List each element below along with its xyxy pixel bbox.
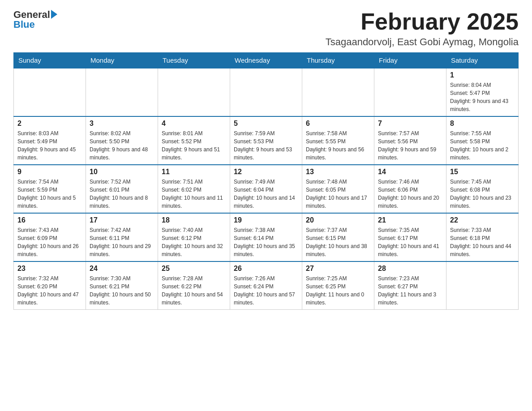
day-number: 16	[17, 216, 82, 224]
day-info: Sunrise: 7:52 AMSunset: 6:01 PMDaylight:…	[90, 178, 154, 210]
day-number: 24	[90, 265, 154, 273]
week-row-2: 9Sunrise: 7:54 AMSunset: 5:59 PMDaylight…	[14, 165, 519, 213]
day-number: 20	[306, 216, 370, 224]
day-number: 18	[162, 216, 226, 224]
day-number: 19	[234, 216, 298, 224]
calendar-cell: 13Sunrise: 7:48 AMSunset: 6:05 PMDayligh…	[302, 165, 374, 213]
calendar-cell	[86, 68, 158, 116]
day-info: Sunrise: 7:45 AMSunset: 6:08 PMDaylight:…	[450, 178, 515, 210]
day-info: Sunrise: 7:59 AMSunset: 5:53 PMDaylight:…	[234, 129, 298, 162]
calendar-cell	[230, 68, 302, 116]
weekday-header-wednesday: Wednesday	[230, 53, 302, 68]
calendar-cell: 21Sunrise: 7:35 AMSunset: 6:17 PMDayligh…	[374, 213, 446, 261]
day-info: Sunrise: 7:57 AMSunset: 5:56 PMDaylight:…	[378, 129, 442, 162]
day-info: Sunrise: 7:25 AMSunset: 6:25 PMDaylight:…	[306, 274, 370, 307]
day-info: Sunrise: 8:01 AMSunset: 5:52 PMDaylight:…	[162, 129, 226, 162]
day-number: 11	[162, 168, 226, 176]
calendar-cell: 23Sunrise: 7:32 AMSunset: 6:20 PMDayligh…	[14, 261, 86, 310]
calendar-cell: 1Sunrise: 8:04 AMSunset: 5:47 PMDaylight…	[446, 68, 519, 116]
calendar-cell: 27Sunrise: 7:25 AMSunset: 6:25 PMDayligh…	[302, 261, 374, 310]
week-row-4: 23Sunrise: 7:32 AMSunset: 6:20 PMDayligh…	[14, 261, 519, 310]
day-info: Sunrise: 7:42 AMSunset: 6:11 PMDaylight:…	[90, 226, 154, 258]
day-number: 14	[378, 168, 442, 176]
day-info: Sunrise: 7:46 AMSunset: 6:06 PMDaylight:…	[378, 178, 442, 210]
calendar-cell: 2Sunrise: 8:03 AMSunset: 5:49 PMDaylight…	[14, 116, 86, 165]
calendar-cell	[446, 261, 519, 310]
week-row-0: 1Sunrise: 8:04 AMSunset: 5:47 PMDaylight…	[14, 68, 519, 116]
title-area: February 2025 Tsagaandorvolj, East Gobi …	[326, 9, 519, 48]
calendar-cell: 3Sunrise: 8:02 AMSunset: 5:50 PMDaylight…	[86, 116, 158, 165]
day-number: 21	[378, 216, 442, 224]
day-number: 5	[234, 120, 298, 128]
day-number: 27	[306, 265, 370, 273]
location-title: Tsagaandorvolj, East Gobi Aymag, Mongoli…	[326, 36, 519, 48]
weekday-header-thursday: Thursday	[302, 53, 374, 68]
day-info: Sunrise: 7:55 AMSunset: 5:58 PMDaylight:…	[450, 129, 515, 162]
calendar-cell: 9Sunrise: 7:54 AMSunset: 5:59 PMDaylight…	[14, 165, 86, 213]
day-number: 4	[162, 120, 226, 128]
day-info: Sunrise: 7:38 AMSunset: 6:14 PMDaylight:…	[234, 226, 298, 258]
day-number: 25	[162, 265, 226, 273]
week-row-3: 16Sunrise: 7:43 AMSunset: 6:09 PMDayligh…	[14, 213, 519, 261]
calendar-cell: 5Sunrise: 7:59 AMSunset: 5:53 PMDaylight…	[230, 116, 302, 165]
calendar-cell: 20Sunrise: 7:37 AMSunset: 6:15 PMDayligh…	[302, 213, 374, 261]
calendar-cell	[374, 68, 446, 116]
day-number: 23	[17, 265, 82, 273]
calendar-cell: 15Sunrise: 7:45 AMSunset: 6:08 PMDayligh…	[446, 165, 519, 213]
calendar-cell: 26Sunrise: 7:26 AMSunset: 6:24 PMDayligh…	[230, 261, 302, 310]
day-info: Sunrise: 7:35 AMSunset: 6:17 PMDaylight:…	[378, 226, 442, 258]
day-number: 12	[234, 168, 298, 176]
day-number: 15	[450, 168, 515, 176]
calendar-cell: 4Sunrise: 8:01 AMSunset: 5:52 PMDaylight…	[158, 116, 230, 165]
day-number: 2	[17, 120, 82, 128]
day-number: 26	[234, 265, 298, 273]
day-info: Sunrise: 7:40 AMSunset: 6:12 PMDaylight:…	[162, 226, 226, 258]
day-info: Sunrise: 7:30 AMSunset: 6:21 PMDaylight:…	[90, 274, 154, 307]
weekday-header-saturday: Saturday	[446, 53, 519, 68]
day-number: 7	[378, 120, 442, 128]
calendar-cell: 16Sunrise: 7:43 AMSunset: 6:09 PMDayligh…	[14, 213, 86, 261]
day-number: 10	[90, 168, 154, 176]
week-row-1: 2Sunrise: 8:03 AMSunset: 5:49 PMDaylight…	[14, 116, 519, 165]
calendar-cell: 6Sunrise: 7:58 AMSunset: 5:55 PMDaylight…	[302, 116, 374, 165]
day-info: Sunrise: 7:32 AMSunset: 6:20 PMDaylight:…	[17, 274, 82, 307]
day-info: Sunrise: 7:26 AMSunset: 6:24 PMDaylight:…	[234, 274, 298, 307]
day-number: 17	[90, 216, 154, 224]
calendar-cell	[302, 68, 374, 116]
day-info: Sunrise: 7:58 AMSunset: 5:55 PMDaylight:…	[306, 129, 370, 162]
day-info: Sunrise: 7:43 AMSunset: 6:09 PMDaylight:…	[17, 226, 82, 258]
calendar-cell: 28Sunrise: 7:23 AMSunset: 6:27 PMDayligh…	[374, 261, 446, 310]
calendar-cell: 25Sunrise: 7:28 AMSunset: 6:22 PMDayligh…	[158, 261, 230, 310]
calendar-cell: 14Sunrise: 7:46 AMSunset: 6:06 PMDayligh…	[374, 165, 446, 213]
weekday-header-friday: Friday	[374, 53, 446, 68]
day-number: 13	[306, 168, 370, 176]
page-header: General Blue February 2025 Tsagaandorvol…	[13, 9, 519, 48]
calendar-cell: 24Sunrise: 7:30 AMSunset: 6:21 PMDayligh…	[86, 261, 158, 310]
calendar-cell	[14, 68, 86, 116]
calendar-cell: 18Sunrise: 7:40 AMSunset: 6:12 PMDayligh…	[158, 213, 230, 261]
weekday-header-row: SundayMondayTuesdayWednesdayThursdayFrid…	[14, 53, 519, 68]
calendar-cell: 19Sunrise: 7:38 AMSunset: 6:14 PMDayligh…	[230, 213, 302, 261]
day-number: 8	[450, 120, 515, 128]
calendar-cell: 17Sunrise: 7:42 AMSunset: 6:11 PMDayligh…	[86, 213, 158, 261]
day-info: Sunrise: 7:51 AMSunset: 6:02 PMDaylight:…	[162, 178, 226, 210]
calendar-cell: 10Sunrise: 7:52 AMSunset: 6:01 PMDayligh…	[86, 165, 158, 213]
day-info: Sunrise: 7:33 AMSunset: 6:18 PMDaylight:…	[450, 226, 515, 258]
day-info: Sunrise: 7:48 AMSunset: 6:05 PMDaylight:…	[306, 178, 370, 210]
day-number: 1	[450, 71, 515, 79]
day-number: 6	[306, 120, 370, 128]
logo-text-blue: Blue	[13, 19, 35, 30]
day-number: 3	[90, 120, 154, 128]
logo-triangle-icon	[51, 10, 57, 19]
logo: General Blue	[13, 9, 57, 30]
calendar-cell: 22Sunrise: 7:33 AMSunset: 6:18 PMDayligh…	[446, 213, 519, 261]
day-info: Sunrise: 7:23 AMSunset: 6:27 PMDaylight:…	[378, 274, 442, 307]
day-info: Sunrise: 7:28 AMSunset: 6:22 PMDaylight:…	[162, 274, 226, 307]
day-info: Sunrise: 8:04 AMSunset: 5:47 PMDaylight:…	[450, 81, 515, 113]
month-title: February 2025	[326, 9, 519, 34]
calendar-cell: 12Sunrise: 7:49 AMSunset: 6:04 PMDayligh…	[230, 165, 302, 213]
calendar-cell: 11Sunrise: 7:51 AMSunset: 6:02 PMDayligh…	[158, 165, 230, 213]
day-number: 9	[17, 168, 82, 176]
day-number: 28	[378, 265, 442, 273]
calendar-table: SundayMondayTuesdayWednesdayThursdayFrid…	[13, 52, 519, 310]
